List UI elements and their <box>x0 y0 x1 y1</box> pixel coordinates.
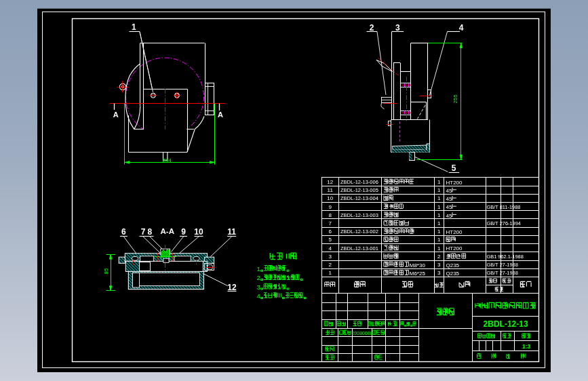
svg-text:5: 5 <box>452 163 456 173</box>
svg-text:2BDL-12-13: 2BDL-12-13 <box>484 319 528 329</box>
svg-text:45: 45 <box>446 213 452 219</box>
svg-text:A-A: A-A <box>161 227 174 235</box>
svg-text:20080608: 20080608 <box>352 331 373 336</box>
svg-text:6: 6 <box>329 228 332 235</box>
svg-text:8: 8 <box>329 212 332 218</box>
svg-text:2: 2 <box>437 254 441 260</box>
svg-text:ZBDL-12-13-006: ZBDL-12-13-006 <box>340 179 378 185</box>
svg-text:3: 3 <box>329 254 332 260</box>
svg-text:GB/T 27-1988: GB/T 27-1988 <box>487 270 518 276</box>
svg-text:7: 7 <box>141 227 146 237</box>
svg-text:1:3: 1:3 <box>522 343 531 350</box>
svg-text:A: A <box>113 111 119 119</box>
svg-text:ZBDL-12-13-001: ZBDL-12-13-001 <box>340 245 378 252</box>
svg-text:1: 1 <box>257 265 260 273</box>
svg-text:GB/T 276-1994: GB/T 276-1994 <box>487 220 521 226</box>
svg-text:ZBDL-12-13-005: ZBDL-12-13-005 <box>340 187 378 193</box>
svg-text:4: 4 <box>329 245 332 252</box>
svg-text:1: 1 <box>437 195 441 201</box>
svg-text:1: 1 <box>437 204 441 210</box>
svg-text:M6*25: M6*25 <box>410 270 426 277</box>
svg-text:3: 3 <box>395 23 400 33</box>
svg-text:7: 7 <box>329 220 332 226</box>
svg-text:HT200: HT200 <box>446 180 463 186</box>
svg-text:3: 3 <box>437 270 441 276</box>
svg-text:ZBDL-12-13-002: ZBDL-12-13-002 <box>340 228 378 235</box>
svg-text:1: 1 <box>329 270 332 276</box>
svg-text:255: 255 <box>452 94 458 104</box>
svg-text:1: 1 <box>437 245 441 252</box>
svg-text:45: 45 <box>446 204 452 210</box>
svg-text:10: 10 <box>327 195 333 201</box>
svg-text:Q235: Q235 <box>446 270 460 277</box>
svg-text:HT200: HT200 <box>446 245 463 252</box>
svg-text:85: 85 <box>103 268 109 274</box>
svg-text:9: 9 <box>181 227 186 237</box>
svg-text:12: 12 <box>327 179 333 185</box>
svg-text:5: 5 <box>329 237 332 243</box>
svg-text:12: 12 <box>227 283 237 292</box>
svg-text:2: 2 <box>257 274 260 281</box>
svg-text:3: 3 <box>437 262 441 268</box>
svg-text:M8*30: M8*30 <box>410 262 426 268</box>
svg-text:4: 4 <box>459 23 464 33</box>
svg-text:HT200: HT200 <box>446 229 463 235</box>
svg-text:10: 10 <box>194 227 203 237</box>
svg-text:11: 11 <box>227 227 236 237</box>
svg-text:GB1 962.1-1988: GB1 962.1-1988 <box>487 254 524 260</box>
svg-text:2: 2 <box>370 23 374 33</box>
svg-text:ZBDL-12-13-003: ZBDL-12-13-003 <box>340 212 378 218</box>
svg-text:1: 1 <box>437 228 441 235</box>
svg-text:45: 45 <box>446 196 452 202</box>
svg-text:1: 1 <box>437 187 441 193</box>
svg-text:45: 45 <box>446 188 452 194</box>
svg-text:9: 9 <box>329 204 332 210</box>
svg-text:1: 1 <box>437 179 441 185</box>
svg-text:1: 1 <box>437 220 441 226</box>
svg-text:1: 1 <box>132 22 136 32</box>
svg-text:GB/T 811-1988: GB/T 811-1988 <box>487 204 521 210</box>
svg-text:11: 11 <box>328 187 334 193</box>
svg-text:GB/T 27-1988: GB/T 27-1988 <box>487 262 518 268</box>
svg-text:1: 1 <box>437 212 441 218</box>
svg-text:A: A <box>218 111 223 119</box>
svg-text:8: 8 <box>148 227 153 237</box>
svg-text:Q235: Q235 <box>446 262 460 268</box>
svg-text:ZBDL-12-13-004: ZBDL-12-13-004 <box>340 195 378 201</box>
svg-text:1: 1 <box>437 237 441 243</box>
svg-text:3: 3 <box>257 283 260 291</box>
svg-text:6: 6 <box>121 227 126 237</box>
svg-text:244: 244 <box>162 157 172 163</box>
svg-text:2: 2 <box>329 262 332 268</box>
svg-text:4: 4 <box>257 292 260 300</box>
